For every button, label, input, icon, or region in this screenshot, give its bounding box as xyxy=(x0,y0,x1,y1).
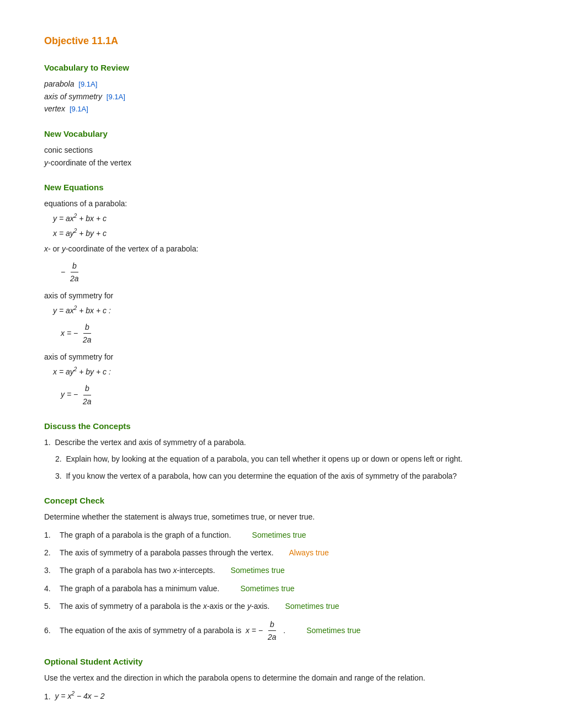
answer-5: Sometimes true xyxy=(285,600,339,612)
discuss-item-1: 1. Describe the vertex and axis of symme… xyxy=(44,436,519,448)
equations-intro: equations of a parabola: xyxy=(44,197,519,210)
new-vocab-section: New Vocabulary conic sections y-coordina… xyxy=(44,127,519,169)
optional-intro: Use the vertex and the direction in whic… xyxy=(44,672,519,684)
concept-check-heading: Concept Check xyxy=(44,494,519,507)
concept-check-item-2: 2. The axis of symmetry of a parabola pa… xyxy=(44,547,519,559)
answer-4: Sometimes true xyxy=(241,582,295,595)
vocab-item-parabola: parabola [9.1A] xyxy=(44,78,519,90)
answer-6: Sometimes true xyxy=(306,624,360,636)
concept-check-item-3: 3. The graph of a parabola has two x-int… xyxy=(44,564,519,576)
discuss-section: Discuss the Concepts 1. Describe the ver… xyxy=(44,420,519,482)
new-vocab-conic: conic sections xyxy=(44,144,519,156)
axis-sym-eq-2: x = ay2 + by + c : xyxy=(53,365,519,378)
new-equations-heading: New Equations xyxy=(44,181,519,194)
concept-check-item-5: 5. The axis of symmetry of a parabola is… xyxy=(44,600,519,612)
concept-check-item-6: 6. The equation of the axis of symmetry … xyxy=(44,618,519,644)
axis-sym-formula-1: x = − b 2a xyxy=(61,321,519,346)
concept-check-item-1: 1. The graph of a parabola is the graph … xyxy=(44,529,519,541)
answer-3: Sometimes true xyxy=(231,564,285,576)
discuss-item-2: 2. Explain how, by looking at the equati… xyxy=(55,453,519,465)
fraction-neg-b-over-2a: − b 2a xyxy=(61,260,519,285)
concept-check-section: Concept Check Determine whether the stat… xyxy=(44,494,519,643)
new-vocab-heading: New Vocabulary xyxy=(44,127,519,141)
discuss-heading: Discuss the Concepts xyxy=(44,420,519,433)
page-title: Objective 11.1A xyxy=(44,33,519,49)
optional-section: Optional Student Activity Use the vertex… xyxy=(44,655,519,702)
axis-sym-eq-1: y = ax2 + bx + c : xyxy=(53,304,519,317)
vocab-review-heading: Vocabulary to Review xyxy=(44,61,519,74)
vertex-coord-label: x- or y-coordinate of the vertex of a pa… xyxy=(44,243,519,255)
equation-2: x = ay2 + by + c xyxy=(53,227,519,239)
equation-1: y = ax2 + bx + c xyxy=(53,212,519,224)
concept-check-intro: Determine whether the statement is alway… xyxy=(44,511,519,523)
axis-sym-label-1: axis of symmetry for xyxy=(44,290,519,302)
discuss-item-3: 3. If you know the vertex of a parabola,… xyxy=(55,470,519,482)
optional-heading: Optional Student Activity xyxy=(44,655,519,668)
vocab-review-section: Vocabulary to Review parabola [9.1A] axi… xyxy=(44,61,519,115)
vocab-item-axis: axis of symmetry [9.1A] xyxy=(44,90,519,103)
vocab-item-vertex: vertex [9.1A] xyxy=(44,103,519,115)
new-vocab-ycoord: y-coordinate of the vertex xyxy=(44,157,519,169)
answer-2: Always true xyxy=(289,547,329,559)
new-equations-section: New Equations equations of a parabola: y… xyxy=(44,181,519,408)
concept-check-item-4: 4. The graph of a parabola has a minimum… xyxy=(44,582,519,595)
optional-item-1: 1. y = x2 − 4x − 2 xyxy=(44,690,519,703)
answer-1: Sometimes true xyxy=(252,529,306,541)
axis-sym-formula-2: y = − b 2a xyxy=(61,382,519,408)
axis-sym-label-2: axis of symmetry for xyxy=(44,351,519,363)
